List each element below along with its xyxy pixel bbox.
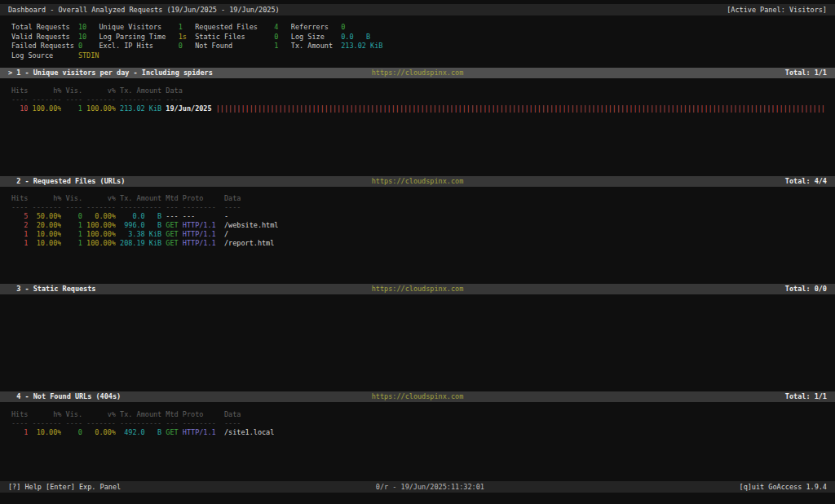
hits-percent: 50.00% — [28, 212, 61, 221]
stat-value-static-files: 0 — [274, 33, 290, 42]
visitors-value: 0 — [61, 212, 82, 221]
panel-title: 2 - Requested Files (URLs) — [8, 177, 125, 186]
visitors-percent: 0.00% — [82, 428, 116, 437]
summary-stats: Total Requests 10 Unique Visitors 1 Requ… — [0, 23, 835, 60]
http-protocol: --- — [183, 212, 220, 221]
stat-value-total-requests: 10 — [78, 23, 99, 33]
stat-value-requested-files: 4 — [274, 23, 290, 33]
hits-percent: 100.00% — [28, 104, 61, 113]
hits-value: 10 — [11, 104, 28, 113]
stat-value-referrers: 0 — [341, 23, 424, 33]
visitors-percent: 100.00% — [82, 230, 116, 239]
http-method: GET — [161, 428, 183, 437]
stats-row: Failed Requests 0 Excl. IP Hits 0 Not Fo… — [0, 42, 835, 51]
visitors-row[interactable]: 10 100.00% 1 100.00% 213.02 KiB 19/Jun/2… — [11, 104, 835, 113]
visitors-percent: 100.00% — [82, 221, 116, 230]
dashboard-title: Dashboard - Overall Analyzed Requests (1… — [8, 6, 280, 15]
hits-value: 1 — [11, 230, 28, 239]
help-hint[interactable]: [?] Help [Enter] Exp. Panel — [8, 483, 121, 492]
stat-value-valid-requests: 10 — [78, 33, 99, 42]
report-url: https://cloudspinx.com — [0, 177, 835, 186]
http-method: --- — [161, 212, 183, 221]
quit-hint[interactable]: [q]uit GoAccess 1.9.4 — [740, 483, 827, 492]
stats-row: Total Requests 10 Unique Visitors 1 Requ… — [0, 23, 835, 33]
stat-value-failed-requests: 0 — [78, 42, 99, 51]
tx-amount: 0.0 B — [116, 212, 161, 221]
active-panel-indicator: [Active Panel: Visitors] — [727, 6, 827, 15]
panel-title: 4 - Not Found URLs (404s) — [8, 392, 121, 401]
hits-value: 1 — [11, 428, 28, 437]
date-value: 19/Jun/2025 — [161, 104, 211, 113]
panel-header-static-requests[interactable]: 3 - Static Requests https://cloudspinx.c… — [0, 284, 835, 294]
header-divider: ---- ------- ---- ------- ---------- ---… — [11, 95, 183, 104]
http-protocol: HTTP/1.1 — [183, 230, 220, 239]
request-path: - — [220, 212, 228, 221]
stat-label-log-size: Log Size — [291, 33, 341, 42]
stat-label-unique-visitors: Unique Visitors — [99, 23, 178, 33]
stat-value-tx-amount: 213.02 KiB — [341, 42, 424, 51]
stat-label-referrers: Referrers — [291, 23, 341, 33]
http-protocol: HTTP/1.1 — [183, 239, 220, 248]
visitors-value: 0 — [61, 428, 82, 437]
stat-label-total-requests: Total Requests — [11, 23, 78, 33]
tx-amount: 996.0 B — [116, 221, 161, 230]
http-protocol: HTTP/1.1 — [183, 221, 220, 230]
stat-label-tx-amount: Tx. Amount — [291, 42, 341, 51]
panel-header-requested-files[interactable]: 2 - Requested Files (URLs) https://cloud… — [0, 176, 835, 187]
status-timestamp: 0/r - 19/Jun/2025:11:32:01 — [376, 483, 484, 492]
panel-header-not-found[interactable]: 4 - Not Found URLs (404s) https://clouds… — [0, 391, 835, 402]
visitors-percent: 100.00% — [82, 104, 116, 113]
stat-value-excl-ip-hits: 0 — [179, 42, 195, 51]
hits-value: 2 — [11, 221, 28, 230]
http-method: GET — [161, 221, 183, 230]
stat-label-static-files: Static Files — [195, 33, 274, 42]
hits-value: 1 — [11, 239, 28, 248]
header-divider: ---- ------- ---- ------- ---------- ---… — [11, 203, 241, 212]
stat-label-log-parsing-time: Log Parsing Time — [99, 33, 178, 42]
requested-file-row[interactable]: 5 50.00% 0 0.00% 0.0 B --- --- - — [11, 212, 835, 221]
stat-label-requested-files: Requested Files — [195, 23, 274, 33]
hits-percent: 10.00% — [28, 230, 61, 239]
hits-value: 5 — [11, 212, 28, 221]
panel-total: Total: 1/1 — [785, 69, 827, 77]
stat-label-not-found: Not Found — [195, 42, 274, 51]
request-path: /site1.local — [220, 428, 275, 437]
request-path: / — [220, 230, 228, 239]
visitors-percent: 100.00% — [82, 239, 116, 248]
report-url: https://cloudspinx.com — [0, 392, 835, 401]
header-divider: ---- ------- ---- ------- ---------- ---… — [11, 419, 241, 428]
column-headers: Hits h% Vis. v% Tx. Amount Mtd Proto Dat… — [11, 410, 241, 419]
hits-percent: 10.00% — [28, 428, 61, 437]
http-protocol: HTTP/1.1 — [183, 428, 220, 437]
column-headers: Hits h% Vis. v% Tx. Amount Data — [11, 86, 183, 95]
stat-value-not-found: 1 — [274, 42, 290, 51]
panel-total: Total: 1/1 — [785, 392, 827, 401]
panel-title: > 1 - Unique visitors per day - Includin… — [8, 69, 213, 77]
visitors-value: 1 — [61, 239, 82, 248]
stat-label-failed-requests: Failed Requests — [11, 42, 78, 51]
visitors-percent: 0.00% — [82, 212, 116, 221]
hits-percent: 10.00% — [28, 239, 61, 248]
hits-percent: 20.00% — [28, 221, 61, 230]
panel-header-unique-visitors[interactable]: > 1 - Unique visitors per day - Includin… — [0, 68, 835, 78]
panel-title: 3 - Static Requests — [8, 285, 95, 294]
hits-bar-chart: ||||||||||||||||||||||||||||||||||||||||… — [212, 104, 825, 113]
panel-total: Total: 0/0 — [785, 285, 827, 294]
visitors-value: 1 — [61, 221, 82, 230]
request-path: /website.html — [220, 221, 279, 230]
visitors-value: 1 — [61, 104, 82, 113]
request-path: /report.html — [220, 239, 275, 248]
stats-row: Log Source STDIN — [0, 51, 835, 61]
tx-amount: 213.02 KiB — [116, 104, 161, 113]
visitors-value: 1 — [61, 230, 82, 239]
requested-file-row[interactable]: 1 10.00% 1 100.00% 3.38 KiB GET HTTP/1.1… — [11, 230, 835, 239]
requested-file-row[interactable]: 2 20.00% 1 100.00% 996.0 B GET HTTP/1.1 … — [11, 221, 835, 230]
tx-amount: 3.38 KiB — [116, 230, 161, 239]
goaccess-dashboard: Dashboard - Overall Analyzed Requests (1… — [0, 0, 835, 504]
stat-label-excl-ip-hits: Excl. IP Hits — [99, 42, 178, 51]
http-method: GET — [161, 230, 183, 239]
top-bar: Dashboard - Overall Analyzed Requests (1… — [0, 4, 835, 15]
requested-file-row[interactable]: 1 10.00% 1 100.00% 208.19 KiB GET HTTP/1… — [11, 239, 835, 248]
stat-value-log-parsing-time: 1s — [179, 33, 195, 42]
not-found-row[interactable]: 1 10.00% 0 0.00% 492.0 B GET HTTP/1.1 /s… — [11, 428, 835, 437]
